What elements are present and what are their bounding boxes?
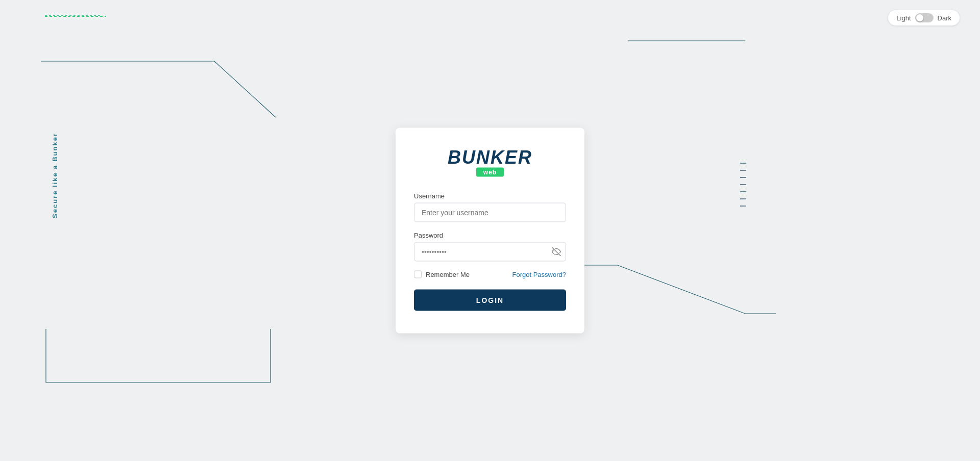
remember-me-checkbox[interactable] <box>414 271 422 278</box>
logo-web-badge: web <box>476 168 504 177</box>
logo-bunker-text: BUNKER <box>448 148 532 167</box>
password-label: Password <box>414 232 566 239</box>
forgot-password-link[interactable]: Forgot Password? <box>512 271 567 278</box>
remember-me-text: Remember Me <box>426 271 470 278</box>
logo: BUNKER web <box>448 148 532 177</box>
dark-label: Dark <box>938 14 951 22</box>
toggle-knob <box>916 14 923 21</box>
password-input[interactable] <box>414 242 566 262</box>
username-group: Username <box>414 192 566 222</box>
light-label: Light <box>896 14 911 22</box>
dashes-decoration <box>45 11 101 21</box>
login-button[interactable]: LOGIN <box>414 290 566 311</box>
theme-toggle-switch[interactable] <box>915 13 934 22</box>
login-card: BUNKER web Username Password Remember Me <box>396 128 584 334</box>
tagline: Secure like a Bunker <box>51 133 59 218</box>
username-input[interactable] <box>414 203 566 222</box>
remember-me-label[interactable]: Remember Me <box>414 271 470 278</box>
theme-toggle-container: Light Dark <box>888 10 960 25</box>
logo-container: BUNKER web <box>414 148 566 177</box>
username-label: Username <box>414 192 566 200</box>
eye-off-icon <box>552 247 561 257</box>
form-extras: Remember Me Forgot Password? <box>414 271 566 278</box>
password-wrapper <box>414 242 566 262</box>
toggle-password-button[interactable] <box>552 247 561 257</box>
password-group: Password <box>414 232 566 262</box>
